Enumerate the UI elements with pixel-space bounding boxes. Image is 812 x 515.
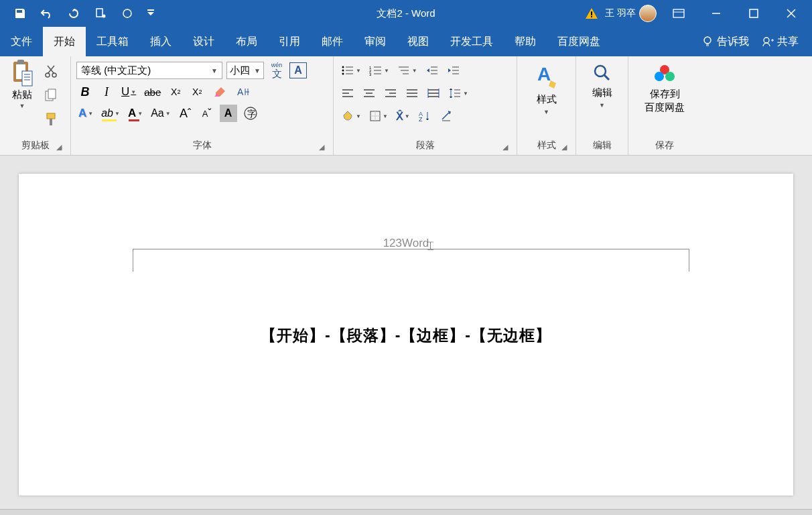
shrink-font-icon[interactable]: Aˇ — [198, 105, 216, 122]
bold-icon[interactable]: B — [76, 83, 94, 101]
clear-format-icon[interactable] — [210, 83, 230, 101]
editing-button[interactable]: 编辑 ▼ — [582, 59, 622, 109]
char-shading-icon[interactable]: A — [220, 105, 237, 122]
line-spacing-icon[interactable]: ▼ — [446, 84, 470, 102]
minimize-icon[interactable] — [701, 3, 732, 24]
horizontal-scrollbar[interactable] — [0, 509, 812, 515]
save-icon[interactable] — [12, 5, 28, 21]
svg-text:A: A — [237, 87, 244, 97]
tell-me-label: 告诉我 — [717, 35, 749, 49]
group-label-clipboard: 剪贴板 ◢ — [5, 137, 65, 155]
tab-toolbox[interactable]: 工具箱 — [86, 27, 139, 56]
editing-label: 编辑 — [592, 86, 612, 99]
ribbon: 粘贴 ▼ 剪贴板 ◢ 等线 (中文正文)▼ 小四▼ wén文 A B — [0, 56, 812, 156]
svg-rect-15 — [47, 113, 55, 119]
avatar — [639, 5, 657, 22]
grow-font-icon[interactable]: Aˆ — [177, 105, 194, 122]
tab-review[interactable]: 审阅 — [354, 27, 397, 56]
svg-text:A: A — [537, 64, 551, 84]
tab-design[interactable]: 设计 — [182, 27, 225, 56]
tab-home[interactable]: 开始 — [43, 27, 86, 56]
tab-file[interactable]: 文件 — [0, 27, 43, 56]
svg-point-21 — [342, 70, 344, 72]
highlight-icon[interactable]: ab▼ — [99, 105, 122, 122]
share-button[interactable]: 共享 — [762, 35, 799, 49]
tab-view[interactable]: 视图 — [397, 27, 439, 56]
change-case-icon[interactable]: Aa▼ — [149, 105, 173, 122]
text-effects-icon[interactable]: A▼ — [76, 105, 95, 122]
tab-references[interactable]: 引用 — [268, 27, 311, 56]
numbering-icon[interactable]: 123▼ — [367, 62, 391, 79]
char-spacing-icon[interactable]: A — [234, 83, 253, 101]
enclose-char-icon[interactable]: 字 — [241, 105, 260, 122]
warning-icon[interactable] — [585, 7, 598, 19]
group-styles: A 样式 ▼ 样式 ◢ — [517, 56, 576, 155]
tab-developer[interactable]: 开发工具 — [439, 27, 504, 56]
maximize-icon[interactable] — [738, 3, 769, 24]
launcher-icon[interactable]: ◢ — [54, 143, 64, 152]
copy-icon[interactable] — [43, 87, 59, 103]
svg-rect-14 — [48, 89, 56, 99]
strikethrough-icon[interactable]: abe — [142, 83, 163, 101]
align-center-icon[interactable] — [360, 84, 378, 102]
font-size-combo[interactable]: 小四▼ — [226, 62, 264, 79]
cut-icon[interactable] — [43, 63, 59, 79]
sort-icon[interactable]: AZ — [416, 107, 433, 125]
close-icon[interactable] — [776, 3, 807, 24]
tab-mail[interactable]: 邮件 — [311, 27, 354, 56]
svg-text:3: 3 — [369, 72, 372, 76]
svg-point-1 — [103, 15, 106, 18]
document-page[interactable]: 123Word ⌶ 【开始】-【段落】-【边框】-【无边框】 — [19, 174, 793, 496]
styles-button[interactable]: A 样式 ▼ — [525, 59, 568, 115]
italic-icon[interactable]: I — [98, 83, 115, 101]
baidu-save-button[interactable]: 保存到百度网盘 — [634, 59, 695, 113]
bullets-icon[interactable]: ▼ — [339, 62, 363, 79]
touch-mode-icon[interactable] — [92, 5, 109, 21]
group-paragraph: ▼ 123▼ ▼ ▼ ▼ ▼ X̂▼ AZ — [334, 56, 517, 155]
format-painter-icon[interactable] — [43, 111, 59, 127]
char-border-icon[interactable]: A — [289, 62, 307, 78]
user-name: 王 羽卒 — [605, 7, 636, 19]
launcher-icon[interactable]: ◢ — [317, 143, 326, 152]
subscript-icon[interactable]: X2 — [167, 83, 184, 101]
ribbon-options-icon[interactable] — [663, 3, 694, 24]
increase-indent-icon[interactable] — [445, 62, 462, 79]
show-marks-icon[interactable] — [437, 107, 455, 125]
quick-access-toolbar — [0, 5, 155, 21]
align-right-icon[interactable] — [382, 84, 399, 102]
group-clipboard: 粘贴 ▼ 剪贴板 ◢ — [0, 56, 71, 155]
paste-button[interactable]: 粘贴 ▼ — [5, 59, 39, 109]
superscript-icon[interactable]: X2 — [188, 83, 206, 101]
font-color-icon[interactable]: A▼ — [126, 105, 145, 122]
launcher-icon[interactable]: ◢ — [500, 143, 510, 152]
decrease-indent-icon[interactable] — [423, 62, 441, 79]
circle-icon[interactable] — [119, 5, 135, 21]
group-label-baidu: 保存 — [634, 137, 695, 155]
svg-text:Z: Z — [419, 116, 423, 122]
tell-me[interactable]: 告诉我 — [702, 35, 749, 49]
asian-layout-icon[interactable]: X̂▼ — [394, 107, 412, 125]
tab-help[interactable]: 帮助 — [504, 27, 547, 56]
justify-icon[interactable] — [403, 84, 421, 102]
group-label-paragraph: 段落 ◢ — [339, 137, 511, 155]
tab-baidu[interactable]: 百度网盘 — [547, 27, 611, 56]
shading-icon[interactable]: ▼ — [339, 107, 363, 125]
tab-insert[interactable]: 插入 — [139, 27, 182, 56]
tab-layout[interactable]: 布局 — [225, 27, 268, 56]
qat-customize-icon[interactable] — [146, 5, 155, 21]
launcher-icon[interactable]: ◢ — [559, 143, 569, 152]
undo-icon[interactable] — [39, 5, 55, 21]
redo-icon[interactable] — [66, 5, 82, 21]
underline-icon[interactable]: U▼ — [119, 83, 138, 101]
ribbon-tabs: 文件 开始 工具箱 插入 设计 布局 引用 邮件 审阅 视图 开发工具 帮助 百… — [0, 27, 812, 56]
user-account[interactable]: 王 羽卒 — [605, 5, 657, 22]
page-header-text: 123Word — [383, 237, 429, 250]
group-label-editing: 编辑 — [582, 137, 622, 155]
font-name-combo[interactable]: 等线 (中文正文)▼ — [76, 62, 222, 79]
borders-icon[interactable]: ▼ — [367, 107, 390, 125]
svg-point-30 — [595, 66, 606, 76]
phonetic-guide-icon[interactable]: wén文 — [268, 62, 285, 79]
distributed-icon[interactable] — [425, 84, 442, 102]
multilevel-icon[interactable]: ▼ — [395, 62, 419, 79]
align-left-icon[interactable] — [339, 84, 356, 102]
